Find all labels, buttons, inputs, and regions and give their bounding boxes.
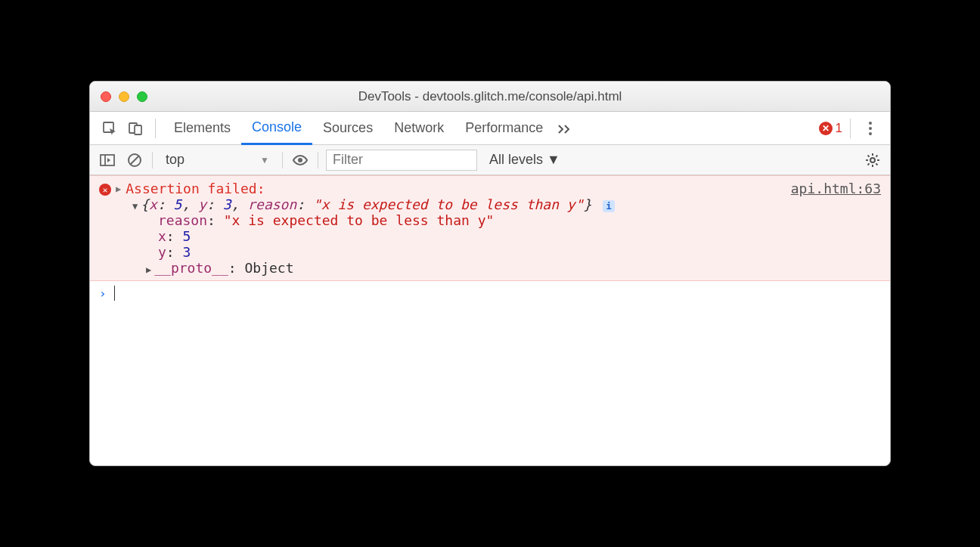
svg-line-16 [876, 155, 877, 156]
svg-rect-2 [135, 125, 141, 134]
svg-line-6 [131, 156, 139, 164]
object-preview[interactable]: ▼{x: 5, y: 3, reason: "x is expected to … [99, 196, 881, 212]
window-zoom-button[interactable] [137, 91, 147, 102]
svg-point-7 [298, 158, 302, 162]
tab-console[interactable]: Console [241, 112, 312, 145]
filter-divider [282, 152, 283, 168]
tab-network[interactable]: Network [383, 112, 454, 145]
toolbar-divider [155, 119, 156, 138]
dropdown-caret-icon: ▼ [260, 155, 269, 165]
object-property-row[interactable]: y: 3 [99, 244, 881, 260]
object-property-row[interactable]: reason: "x is expected to be less than y… [99, 212, 881, 228]
window-close-button[interactable] [101, 91, 111, 102]
disclosure-triangle-icon[interactable]: ▶ [111, 181, 126, 194]
text-cursor [114, 286, 115, 301]
console-output: ✕ ▶ Assertion failed: api.html:63 ▼{x: 5… [90, 175, 890, 465]
panel-tabs: Elements Console Sources Network Perform… [163, 112, 813, 145]
context-selector[interactable]: top ▼ [160, 150, 274, 170]
prompt-caret-icon: › [99, 286, 114, 301]
traffic-lights [90, 91, 147, 102]
log-levels-selector[interactable]: All levels ▼ [489, 152, 560, 168]
live-expression-icon[interactable] [290, 150, 310, 170]
more-options-icon[interactable] [858, 122, 882, 135]
source-link[interactable]: api.html:63 [791, 181, 881, 196]
devtools-window: DevTools - devtools.glitch.me/console/ap… [89, 81, 891, 466]
window-title: DevTools - devtools.glitch.me/console/ap… [90, 89, 890, 104]
svg-line-15 [868, 163, 870, 165]
error-count-badge[interactable]: ✕ 1 [819, 121, 842, 136]
svg-line-14 [876, 163, 877, 165]
console-filter-bar: top ▼ All levels ▼ [90, 145, 890, 175]
disclosure-triangle-down-icon[interactable]: ▼ [132, 201, 141, 212]
error-count: 1 [836, 121, 842, 136]
tab-elements[interactable]: Elements [163, 112, 241, 145]
filter-input[interactable] [326, 150, 477, 171]
error-icon: ✕ [819, 122, 833, 135]
error-icon: ✕ [99, 184, 111, 196]
info-badge-icon[interactable]: i [603, 200, 615, 212]
main-toolbar: Elements Console Sources Network Perform… [90, 112, 890, 145]
console-error-message: ✕ ▶ Assertion failed: api.html:63 ▼{x: 5… [90, 175, 890, 281]
svg-point-8 [870, 158, 875, 162]
assertion-label: Assertion failed: [126, 181, 791, 196]
console-settings-icon[interactable] [863, 150, 882, 170]
window-minimize-button[interactable] [119, 91, 129, 102]
object-proto-row[interactable]: ▶__proto__: Object [99, 260, 881, 276]
filter-divider [152, 152, 153, 168]
disclosure-triangle-icon[interactable]: ▶ [146, 264, 154, 275]
more-tabs-icon[interactable] [554, 123, 576, 134]
device-toolbar-icon[interactable] [123, 116, 147, 141]
object-property-row[interactable]: x: 5 [99, 228, 881, 244]
tab-performance[interactable]: Performance [454, 112, 554, 145]
tab-sources[interactable]: Sources [312, 112, 383, 145]
context-value: top [166, 152, 185, 168]
console-sidebar-toggle-icon[interactable] [98, 150, 117, 170]
toolbar-divider [850, 119, 851, 138]
clear-console-icon[interactable] [125, 150, 144, 170]
filter-divider [318, 152, 318, 168]
console-prompt[interactable]: › [90, 281, 890, 305]
titlebar: DevTools - devtools.glitch.me/console/ap… [90, 82, 890, 112]
inspect-element-icon[interactable] [98, 116, 122, 141]
svg-line-13 [868, 155, 870, 156]
